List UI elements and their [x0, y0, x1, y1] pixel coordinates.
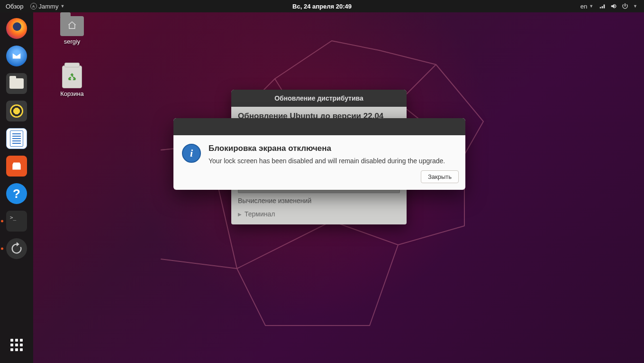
terminal-icon: >_	[6, 211, 27, 232]
dock-item-files[interactable]	[4, 71, 29, 96]
clock[interactable]: Вс, 24 апреля 20:49	[292, 3, 352, 10]
desktop-icon-label: sergiy	[52, 38, 92, 45]
expander-triangle-icon: ▶	[238, 212, 242, 217]
help-icon: ?	[6, 183, 27, 204]
libreoffice-writer-icon	[6, 128, 27, 149]
info-dialog-message: Your lock screen has been disabled and w…	[209, 157, 445, 165]
software-updater-icon	[6, 238, 27, 259]
power-icon	[622, 3, 628, 9]
language-label: en	[581, 3, 587, 10]
chevron-down-icon: ▼	[60, 4, 64, 9]
dock-item-writer[interactable]	[4, 126, 29, 151]
network-icon	[599, 3, 606, 9]
updater-icon: A	[30, 3, 37, 9]
upgrade-window-titlebar[interactable]: Обновление дистрибутива	[231, 90, 407, 107]
upgrade-window-title: Обновление дистрибутива	[274, 94, 363, 102]
thunderbird-icon	[6, 46, 27, 66]
upgrade-status-text: Вычисление изменений	[238, 197, 400, 205]
info-dialog-titlebar[interactable]	[173, 118, 465, 135]
dock-item-help[interactable]: ?	[4, 181, 29, 206]
chevron-down-icon: ▼	[589, 4, 593, 9]
dock-item-software[interactable]	[4, 154, 29, 178]
files-icon	[6, 73, 27, 94]
info-icon: i	[182, 144, 201, 163]
desktop-icon-home[interactable]: sergiy	[52, 16, 92, 45]
firefox-icon	[6, 18, 27, 39]
ubuntu-software-icon	[6, 156, 27, 177]
apps-grid-icon	[10, 339, 23, 351]
home-folder-icon	[60, 16, 84, 36]
system-status-area[interactable]: ▼	[599, 3, 637, 9]
desktop-icon-label: Корзина	[52, 90, 92, 97]
running-indicator-dot	[1, 248, 3, 250]
desktop[interactable]: sergiy Корзина Обновление дистрибутива О…	[33, 12, 644, 363]
app-menu-label: Jammy	[39, 3, 59, 10]
dock-item-rhythmbox[interactable]	[4, 99, 29, 123]
close-button[interactable]: Закрыть	[421, 170, 459, 183]
dock-item-terminal[interactable]: >_	[4, 209, 29, 233]
running-indicator-dot	[1, 220, 3, 223]
dock-item-firefox[interactable]	[4, 16, 29, 41]
trash-icon	[62, 65, 82, 88]
dock-item-updater[interactable]	[4, 236, 29, 261]
info-dialog-title: Блокировка экрана отключена	[209, 144, 445, 153]
dock-item-thunderbird[interactable]	[4, 44, 29, 68]
dock: ? >_	[0, 12, 33, 363]
info-dialog: i Блокировка экрана отключена Your lock …	[173, 118, 465, 190]
show-applications-button[interactable]	[4, 333, 29, 357]
volume-icon	[610, 3, 617, 9]
app-menu[interactable]: A Jammy ▼	[30, 3, 65, 10]
activities-button[interactable]: Обзор	[6, 3, 24, 10]
chevron-down-icon: ▼	[633, 4, 637, 9]
input-language-indicator[interactable]: en ▼	[581, 3, 593, 10]
terminal-expander[interactable]: ▶ Терминал	[238, 210, 400, 218]
desktop-icon-trash[interactable]: Корзина	[52, 65, 92, 97]
expander-label: Терминал	[245, 210, 275, 218]
rhythmbox-icon	[6, 101, 27, 121]
top-panel: Обзор A Jammy ▼ Вс, 24 апреля 20:49 en ▼…	[0, 0, 644, 12]
